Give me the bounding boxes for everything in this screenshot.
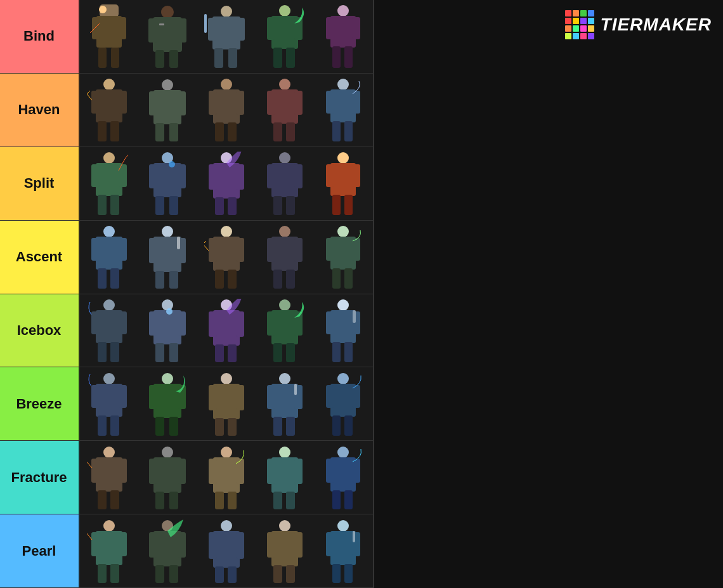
agent-figure <box>321 519 365 583</box>
agent-slot[interactable] <box>139 75 196 145</box>
svg-rect-175 <box>228 418 237 436</box>
agent-slot[interactable] <box>315 1 372 72</box>
agent-slot[interactable] <box>256 296 313 366</box>
svg-rect-119 <box>286 270 295 289</box>
svg-rect-37 <box>119 91 127 114</box>
svg-rect-202 <box>213 457 240 493</box>
svg-rect-223 <box>98 564 107 583</box>
svg-rect-39 <box>110 121 119 141</box>
svg-point-58 <box>337 79 349 90</box>
agent-slot[interactable] <box>256 442 313 513</box>
tier-items-haven <box>79 74 373 147</box>
svg-rect-109 <box>213 237 240 271</box>
agent-slot[interactable] <box>81 222 138 292</box>
agent-slot[interactable] <box>81 516 138 586</box>
agent-figure <box>87 225 131 289</box>
agent-slot[interactable] <box>315 296 372 366</box>
agent-slot[interactable] <box>256 516 313 586</box>
svg-rect-81 <box>215 197 224 215</box>
tier-items-ascent <box>79 221 373 294</box>
agent-slot[interactable] <box>197 222 254 292</box>
svg-rect-166 <box>149 385 157 409</box>
svg-rect-239 <box>267 532 275 558</box>
agent-slot[interactable] <box>197 148 254 219</box>
agent-slot[interactable] <box>81 1 138 72</box>
svg-rect-228 <box>178 532 186 558</box>
svg-rect-204 <box>236 459 244 484</box>
agent-slot[interactable] <box>81 369 138 439</box>
svg-rect-125 <box>344 268 353 289</box>
svg-rect-116 <box>267 238 275 262</box>
svg-rect-4 <box>98 48 107 68</box>
logo-cell <box>565 33 571 39</box>
agent-slot[interactable] <box>197 75 254 145</box>
svg-rect-168 <box>155 417 164 436</box>
svg-rect-129 <box>119 311 127 334</box>
agent-slot[interactable] <box>81 442 138 513</box>
agent-slot[interactable] <box>197 442 254 513</box>
agent-slot[interactable] <box>315 148 372 219</box>
svg-rect-220 <box>96 531 122 565</box>
agent-slot[interactable] <box>139 222 196 292</box>
svg-rect-19 <box>214 48 223 68</box>
svg-point-138 <box>166 308 173 315</box>
logo-cell <box>588 18 594 24</box>
agent-slot[interactable] <box>256 369 313 439</box>
agent-slot[interactable] <box>139 369 196 439</box>
svg-rect-155 <box>332 342 341 362</box>
agent-figure <box>263 519 307 583</box>
agent-slot[interactable] <box>256 1 313 72</box>
agent-slot[interactable] <box>197 516 254 586</box>
agent-slot[interactable] <box>315 222 372 292</box>
svg-rect-169 <box>169 417 178 436</box>
agent-slot[interactable] <box>81 148 138 219</box>
svg-rect-137 <box>169 343 178 362</box>
svg-rect-160 <box>91 385 100 408</box>
svg-rect-216 <box>352 459 360 483</box>
agent-slot[interactable] <box>197 296 254 366</box>
svg-rect-146 <box>271 310 298 344</box>
svg-point-231 <box>221 520 232 532</box>
agent-slot[interactable] <box>197 369 254 439</box>
svg-point-158 <box>103 373 115 384</box>
svg-point-28 <box>337 5 349 16</box>
svg-rect-12 <box>155 50 164 68</box>
svg-rect-60 <box>326 91 334 114</box>
svg-point-201 <box>221 447 232 458</box>
agent-slot[interactable] <box>256 148 313 219</box>
svg-rect-74 <box>155 196 164 215</box>
agent-slot[interactable] <box>139 442 196 513</box>
agent-slot[interactable] <box>315 442 372 513</box>
agent-slot[interactable] <box>315 369 372 439</box>
svg-rect-11 <box>178 18 186 42</box>
svg-rect-153 <box>326 311 334 334</box>
agent-slot[interactable] <box>315 516 372 586</box>
svg-rect-56 <box>273 122 282 141</box>
agent-slot[interactable] <box>197 1 254 72</box>
svg-rect-38 <box>98 121 107 141</box>
tier-items-split <box>79 147 373 220</box>
svg-rect-190 <box>96 457 122 492</box>
svg-rect-47 <box>213 89 240 124</box>
agent-slot[interactable] <box>81 296 138 366</box>
logo-cell <box>580 18 587 24</box>
svg-rect-156 <box>344 342 353 362</box>
tiermaker-logo[interactable]: TiERMAKER <box>565 10 712 39</box>
agent-slot[interactable] <box>81 75 138 145</box>
tier-label-pearl: Pearl <box>0 514 79 587</box>
svg-point-164 <box>162 373 173 384</box>
agent-slot[interactable] <box>139 296 196 366</box>
agent-slot[interactable] <box>139 148 196 219</box>
agent-slot[interactable] <box>139 1 196 72</box>
svg-rect-17 <box>208 18 216 41</box>
agent-slot[interactable] <box>315 75 372 145</box>
agent-slot[interactable] <box>139 516 196 586</box>
svg-point-114 <box>279 226 290 237</box>
agent-slot[interactable] <box>256 222 313 292</box>
svg-rect-92 <box>352 164 360 187</box>
tier-row-ascent: Ascent <box>0 221 373 294</box>
svg-point-219 <box>103 520 115 532</box>
svg-rect-196 <box>153 457 181 493</box>
svg-rect-197 <box>149 459 157 484</box>
agent-slot[interactable] <box>256 75 313 145</box>
